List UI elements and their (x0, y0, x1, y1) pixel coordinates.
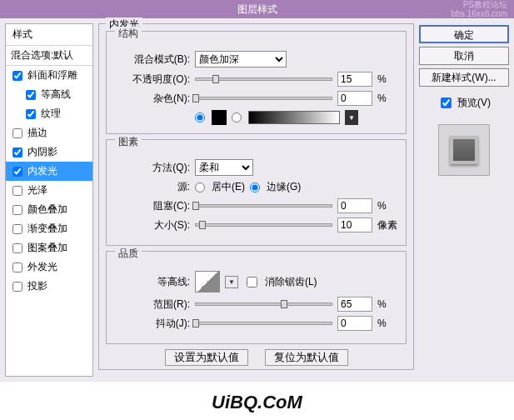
quality-group: 品质 等高线: ▼ 消除锯齿(L) 范围(R): % 抖动(J): (106, 251, 407, 344)
structure-legend: 结构 (115, 27, 142, 41)
checkbox-gradient-overlay[interactable] (12, 224, 22, 234)
opacity-slider[interactable] (195, 78, 332, 81)
size-unit: 像素 (377, 218, 397, 232)
bottom-buttons: 设置为默认值 复位为默认值 (106, 349, 407, 366)
jitter-unit: % (377, 318, 397, 329)
preview-checkbox[interactable] (441, 98, 452, 108)
antialias-checkbox[interactable] (247, 277, 257, 288)
list-item-contour[interactable]: 等高线 (6, 85, 92, 104)
source-edge-radio[interactable] (250, 182, 260, 192)
styles-list: 样式 混合选项:默认 斜面和浮雕 等高线 纹理 描边 内阴影 内发光 光泽 (5, 23, 93, 377)
jitter-label: 抖动(J): (115, 317, 190, 331)
method-label: 方法(Q): (115, 161, 190, 175)
source-center-label: 居中(E) (212, 180, 245, 194)
source-edge-label: 边缘(G) (267, 180, 301, 194)
checkbox-inner-glow[interactable] (12, 167, 22, 177)
dialog-body: 样式 混合选项:默认 斜面和浮雕 等高线 纹理 描边 内阴影 内发光 光泽 (0, 18, 514, 382)
checkbox-texture[interactable] (26, 109, 36, 119)
range-label: 范围(R): (115, 298, 190, 312)
choke-label: 阻塞(C): (115, 199, 190, 213)
opacity-label: 不透明度(O): (115, 72, 190, 87)
structure-group: 结构 混合模式(B): 颜色加深 不透明度(O): % 杂色(N): (106, 31, 407, 134)
cancel-button[interactable]: 取消 (419, 47, 509, 65)
list-item-color-overlay[interactable]: 颜色叠加 (6, 200, 92, 219)
list-item-gradient-overlay[interactable]: 渐变叠加 (6, 219, 92, 238)
elements-legend: 图素 (115, 135, 142, 149)
gradient-picker[interactable] (248, 111, 340, 124)
jitter-input[interactable] (337, 316, 372, 331)
list-item-satin[interactable]: 光泽 (6, 181, 92, 200)
reset-default-button[interactable]: 复位为默认值 (265, 349, 348, 366)
checkbox-contour[interactable] (26, 90, 36, 100)
checkbox-satin[interactable] (12, 186, 22, 196)
checkbox-stroke[interactable] (12, 128, 22, 138)
chevron-down-icon[interactable]: ▼ (225, 276, 238, 288)
list-item-inner-shadow[interactable]: 内阴影 (6, 142, 92, 162)
checkbox-pattern-overlay[interactable] (12, 243, 22, 253)
opacity-unit: % (377, 73, 397, 85)
set-default-button[interactable]: 设置为默认值 (165, 349, 248, 366)
preview-label: 预览(V) (457, 96, 491, 110)
blend-mode-select[interactable]: 颜色加深 (195, 51, 287, 68)
noise-label: 杂色(N): (115, 92, 190, 106)
inner-glow-group: 内发光 结构 混合模式(B): 颜色加深 不透明度(O): % 杂色(N (98, 23, 414, 370)
color-swatch[interactable] (212, 110, 227, 125)
source-label: 源: (115, 180, 190, 194)
dialog-title: 图层样式 (237, 3, 277, 15)
preview-inner-icon (450, 136, 478, 164)
checkbox-outer-glow[interactable] (12, 262, 22, 272)
contour-picker[interactable] (195, 271, 220, 292)
opacity-input[interactable] (337, 72, 372, 87)
right-panel: 确定 取消 新建样式(W)... 预览(V) (419, 23, 509, 377)
method-select[interactable]: 柔和 (195, 159, 253, 176)
elements-group: 图素 方法(Q): 柔和 源: 居中(E) 边缘(G) 阻塞(C): (106, 139, 407, 246)
size-label: 大小(S): (115, 218, 190, 232)
choke-input[interactable] (337, 198, 372, 213)
contour-label: 等高线: (115, 275, 190, 289)
styles-header: 样式 (6, 24, 92, 46)
checkbox-color-overlay[interactable] (12, 205, 22, 215)
new-style-button[interactable]: 新建样式(W)... (419, 68, 509, 87)
preview-row: 预览(V) (419, 95, 509, 111)
noise-input[interactable] (337, 91, 372, 106)
choke-slider[interactable] (195, 204, 332, 208)
ok-button[interactable]: 确定 (419, 25, 509, 43)
color-gradient-radio[interactable] (232, 112, 242, 122)
noise-unit: % (377, 92, 397, 104)
source-center-radio[interactable] (195, 182, 205, 192)
list-item-drop-shadow[interactable]: 投影 (6, 277, 92, 296)
watermark-top: PS教程论坛 bbs.16xx8.com (452, 0, 507, 18)
list-item-texture[interactable]: 纹理 (6, 104, 92, 123)
checkbox-drop-shadow[interactable] (12, 282, 22, 292)
size-input[interactable] (337, 218, 372, 232)
list-item-stroke[interactable]: 描边 (6, 123, 92, 142)
checkbox-bevel[interactable] (12, 71, 22, 81)
blend-options-row[interactable]: 混合选项:默认 (6, 46, 92, 66)
jitter-slider[interactable] (195, 322, 332, 325)
list-item-inner-glow[interactable]: 内发光 (6, 162, 92, 181)
choke-unit: % (377, 200, 397, 212)
blend-mode-label: 混合模式(B): (115, 52, 190, 67)
list-item-bevel[interactable]: 斜面和浮雕 (6, 66, 92, 85)
color-source-row: ▼ (195, 110, 397, 125)
titlebar: 图层样式 PS教程论坛 bbs.16xx8.com (0, 0, 514, 18)
list-item-outer-glow[interactable]: 外发光 (6, 258, 92, 277)
range-slider[interactable] (195, 302, 332, 306)
preview-thumbnail (438, 124, 490, 176)
color-solid-radio[interactable] (195, 112, 205, 122)
size-slider[interactable] (195, 223, 332, 227)
list-item-pattern-overlay[interactable]: 图案叠加 (6, 238, 92, 258)
gradient-dropdown-icon[interactable]: ▼ (345, 110, 358, 125)
quality-legend: 品质 (115, 247, 142, 261)
checkbox-inner-shadow[interactable] (12, 148, 22, 158)
noise-slider[interactable] (195, 97, 332, 100)
center-panel: 内发光 结构 混合模式(B): 颜色加深 不透明度(O): % 杂色(N (98, 23, 414, 377)
watermark-bottom: UiBQ.CoM (0, 392, 514, 413)
antialias-label: 消除锯齿(L) (265, 275, 317, 289)
range-input[interactable] (337, 297, 372, 312)
range-unit: % (377, 298, 397, 310)
